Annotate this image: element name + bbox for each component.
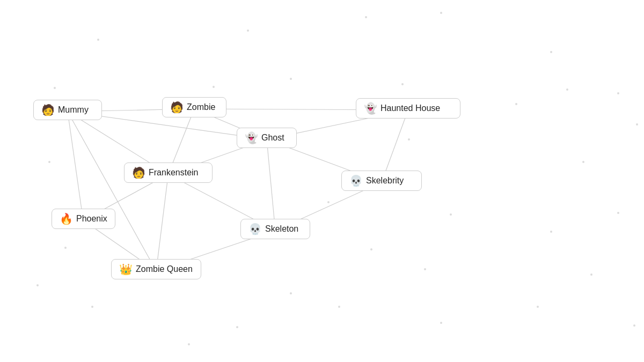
zombiequeen-icon: 👑	[119, 264, 133, 275]
background-dot	[290, 292, 292, 294]
background-dot	[327, 201, 330, 203]
skelebrity-icon: 💀	[349, 175, 363, 186]
background-dot	[636, 123, 638, 125]
background-dot	[537, 306, 539, 308]
skelebrity-label: Skelebrity	[366, 176, 404, 186]
svg-line-13	[156, 174, 169, 271]
node-skeleton[interactable]: 💀Skeleton	[240, 219, 310, 239]
background-dot	[247, 29, 249, 32]
background-dot	[338, 306, 340, 308]
node-skelebrity[interactable]: 💀Skelebrity	[341, 171, 422, 191]
ghost-label: Ghost	[261, 133, 284, 143]
background-dot	[550, 51, 552, 53]
node-haunted[interactable]: 👻Haunted House	[356, 98, 460, 119]
background-dot	[236, 326, 238, 328]
frankenstein-label: Frankenstein	[149, 168, 199, 178]
background-dot	[617, 212, 619, 214]
background-dot	[365, 16, 367, 18]
background-dot	[97, 39, 99, 41]
frankenstein-icon: 🧑	[132, 167, 145, 178]
zombiequeen-label: Zombie Queen	[136, 264, 193, 274]
svg-line-17	[68, 112, 83, 220]
zombie-icon: 🧑	[170, 102, 184, 113]
background-dot	[566, 88, 568, 91]
background-dot	[213, 86, 215, 88]
node-ghost[interactable]: 👻Ghost	[237, 128, 297, 148]
background-dot	[424, 268, 426, 270]
canvas-area: 🧑Mummy🧑Zombie👻Haunted House👻Ghost🧑Franke…	[0, 0, 644, 362]
haunted-label: Haunted House	[380, 104, 440, 113]
background-dot	[48, 161, 50, 163]
phoenix-icon: 🔥	[60, 213, 73, 224]
background-dot	[582, 161, 584, 163]
background-dot	[550, 231, 552, 233]
node-frankenstein[interactable]: 🧑Frankenstein	[124, 162, 213, 183]
skeleton-icon: 💀	[248, 224, 262, 234]
background-dot	[408, 138, 410, 141]
background-dot	[64, 247, 67, 249]
haunted-icon: 👻	[364, 103, 377, 114]
background-dot	[36, 284, 39, 286]
mummy-label: Mummy	[58, 105, 89, 115]
background-dot	[440, 322, 442, 324]
phoenix-label: Phoenix	[76, 214, 107, 224]
background-dot	[54, 87, 56, 89]
ghost-icon: 👻	[245, 132, 258, 143]
background-dot	[590, 274, 592, 276]
node-mummy[interactable]: 🧑Mummy	[33, 100, 102, 120]
background-dot	[440, 12, 442, 14]
background-dot	[401, 83, 404, 85]
mummy-icon: 🧑	[41, 105, 55, 115]
connection-lines	[0, 0, 644, 362]
background-dot	[633, 324, 635, 327]
background-dot	[290, 78, 292, 80]
node-zombiequeen[interactable]: 👑Zombie Queen	[111, 259, 201, 279]
background-dot	[450, 213, 452, 216]
skeleton-label: Skeleton	[265, 224, 298, 234]
zombie-label: Zombie	[187, 102, 215, 112]
node-phoenix[interactable]: 🔥Phoenix	[52, 209, 115, 229]
background-dot	[370, 248, 372, 250]
svg-line-8	[267, 139, 275, 231]
background-dot	[617, 92, 619, 94]
node-zombie[interactable]: 🧑Zombie	[162, 97, 226, 117]
background-dot	[515, 103, 517, 105]
background-dot	[91, 306, 93, 308]
svg-line-18	[68, 112, 156, 271]
background-dot	[188, 343, 190, 345]
